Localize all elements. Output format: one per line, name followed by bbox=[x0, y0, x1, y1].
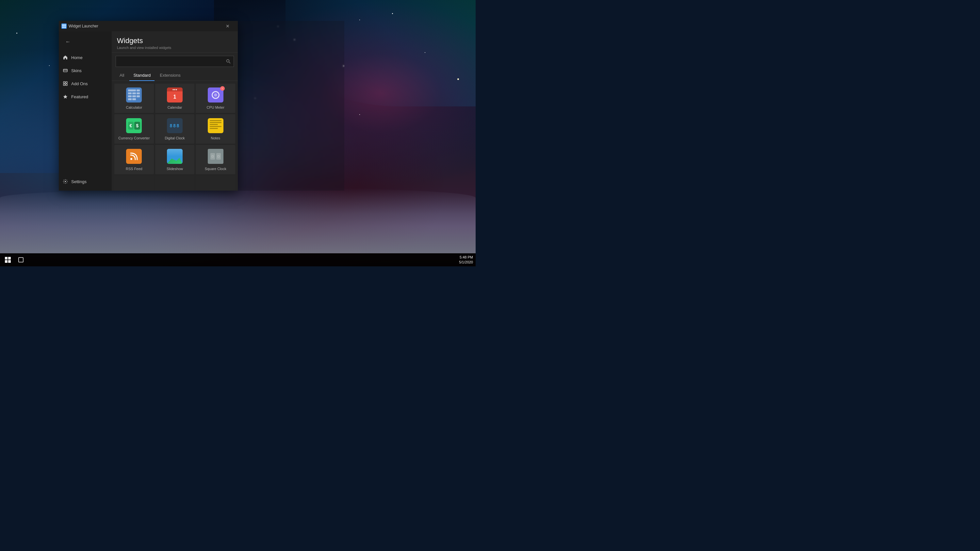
star bbox=[360, 114, 360, 115]
tab-standard[interactable]: Standard bbox=[129, 70, 154, 81]
tab-extensions[interactable]: Extensions bbox=[156, 70, 185, 81]
clock-time: 5:48 PM bbox=[459, 255, 473, 260]
back-button[interactable]: ← bbox=[61, 35, 75, 48]
panel-subtitle: Launch and view installed widgets bbox=[117, 46, 232, 49]
taskbar-left bbox=[3, 255, 26, 265]
widget-launcher-window: Widget Launcher ✕ ← Home bbox=[59, 21, 238, 191]
svg-rect-4 bbox=[64, 69, 67, 72]
widget-cpu-meter[interactable]: ! CPU Meter bbox=[196, 84, 235, 113]
widget-empty-3 bbox=[196, 176, 235, 191]
svg-rect-9 bbox=[66, 84, 67, 86]
star bbox=[425, 52, 425, 53]
taskbar-right: 5:48 PM 5/1/2020 bbox=[459, 255, 473, 265]
widget-currency-converter[interactable]: € $ Currency Converter bbox=[115, 114, 154, 144]
digital-clock-icon: 888 bbox=[167, 118, 183, 133]
search-input-wrap bbox=[116, 56, 234, 67]
svg-rect-6 bbox=[64, 82, 65, 83]
currency-icon: € $ bbox=[126, 118, 142, 133]
notes-icon bbox=[208, 118, 223, 133]
search-button[interactable] bbox=[223, 56, 234, 67]
calendar-icon: ●●● 1 bbox=[167, 87, 183, 103]
rss-label: RSS Feed bbox=[126, 167, 142, 171]
sidebar-item-featured[interactable]: Featured bbox=[59, 90, 112, 103]
tabs: All Standard Extensions bbox=[112, 70, 238, 81]
svg-rect-15 bbox=[5, 257, 8, 259]
widget-grid: Calculator ●●● 1 Calendar bbox=[112, 81, 238, 191]
square-clock-label: Square Clock bbox=[205, 167, 226, 171]
svg-point-11 bbox=[65, 181, 66, 182]
widget-slideshow[interactable]: Slideshow bbox=[155, 145, 195, 174]
settings-button[interactable]: Settings bbox=[59, 175, 112, 188]
snow-ground bbox=[0, 188, 476, 253]
sidebar-bottom: Settings bbox=[59, 172, 112, 191]
svg-rect-0 bbox=[62, 24, 64, 26]
svg-rect-16 bbox=[8, 257, 11, 259]
window-icon bbox=[61, 24, 67, 29]
svg-point-12 bbox=[227, 60, 229, 62]
square-clock-icon: □ □ bbox=[208, 149, 223, 164]
search-bar bbox=[112, 52, 238, 70]
featured-icon bbox=[63, 94, 68, 99]
star bbox=[49, 65, 50, 66]
svg-rect-1 bbox=[64, 24, 66, 26]
taskbar: 5:48 PM 5/1/2020 bbox=[0, 253, 476, 266]
skins-icon bbox=[63, 68, 68, 73]
tab-all[interactable]: All bbox=[116, 70, 128, 81]
svg-rect-18 bbox=[8, 260, 11, 263]
svg-line-13 bbox=[229, 62, 230, 64]
widget-digital-clock[interactable]: 888 Digital Clock bbox=[155, 114, 195, 144]
widget-empty-1 bbox=[115, 176, 154, 191]
svg-point-14 bbox=[130, 158, 132, 160]
star bbox=[16, 33, 18, 33]
currency-label: Currency Converter bbox=[118, 136, 150, 140]
main-panel: Widgets Launch and view installed widget… bbox=[112, 31, 238, 191]
widget-calculator[interactable]: Calculator bbox=[115, 84, 154, 113]
widget-square-clock[interactable]: □ □ Square Clock bbox=[196, 145, 235, 174]
panel-title: Widgets bbox=[117, 37, 232, 45]
settings-icon bbox=[63, 179, 68, 184]
svg-rect-19 bbox=[19, 257, 23, 262]
search-taskbar-button[interactable] bbox=[16, 255, 26, 265]
widget-notes[interactable]: Notes bbox=[196, 114, 235, 144]
title-bar: Widget Launcher ✕ bbox=[59, 21, 238, 31]
slideshow-icon bbox=[167, 149, 183, 164]
notes-label: Notes bbox=[211, 136, 220, 140]
sidebar-item-home[interactable]: Home bbox=[59, 51, 112, 64]
digital-clock-label: Digital Clock bbox=[165, 136, 185, 140]
sidebar-nav: Home Skins bbox=[59, 49, 112, 172]
start-button[interactable] bbox=[3, 255, 13, 265]
window-content: ← Home bbox=[59, 31, 238, 191]
svg-marker-10 bbox=[64, 95, 68, 98]
cpu-label: CPU Meter bbox=[207, 105, 224, 110]
clock-date: 5/1/2020 bbox=[459, 260, 473, 265]
svg-rect-17 bbox=[5, 260, 8, 263]
window-title: Widget Launcher bbox=[68, 24, 220, 29]
taskbar-clock: 5:48 PM 5/1/2020 bbox=[459, 255, 473, 265]
widget-empty-2 bbox=[155, 176, 195, 191]
sidebar: ← Home bbox=[59, 31, 112, 191]
sidebar-item-skins[interactable]: Skins bbox=[59, 64, 112, 77]
svg-rect-2 bbox=[62, 27, 64, 28]
addons-icon bbox=[63, 81, 68, 86]
close-button[interactable]: ✕ bbox=[220, 21, 235, 31]
star bbox=[457, 78, 459, 80]
search-input[interactable] bbox=[116, 56, 223, 67]
calculator-icon bbox=[126, 87, 142, 103]
widget-calendar[interactable]: ●●● 1 Calendar bbox=[155, 84, 195, 113]
calendar-label: Calendar bbox=[167, 105, 182, 110]
widget-rss-feed[interactable]: RSS Feed bbox=[115, 145, 154, 174]
star bbox=[360, 20, 360, 20]
svg-rect-8 bbox=[64, 84, 65, 86]
calculator-label: Calculator bbox=[126, 105, 142, 110]
rss-icon bbox=[126, 149, 142, 164]
cpu-icon: ! bbox=[208, 87, 223, 103]
right-panel bbox=[238, 21, 344, 191]
slideshow-label: Slideshow bbox=[167, 167, 183, 171]
home-icon bbox=[63, 55, 68, 60]
sidebar-item-addons[interactable]: Add Ons bbox=[59, 77, 112, 90]
svg-rect-7 bbox=[66, 82, 67, 83]
svg-rect-3 bbox=[64, 27, 66, 28]
panel-header: Widgets Launch and view installed widget… bbox=[112, 31, 238, 52]
star bbox=[392, 13, 393, 14]
